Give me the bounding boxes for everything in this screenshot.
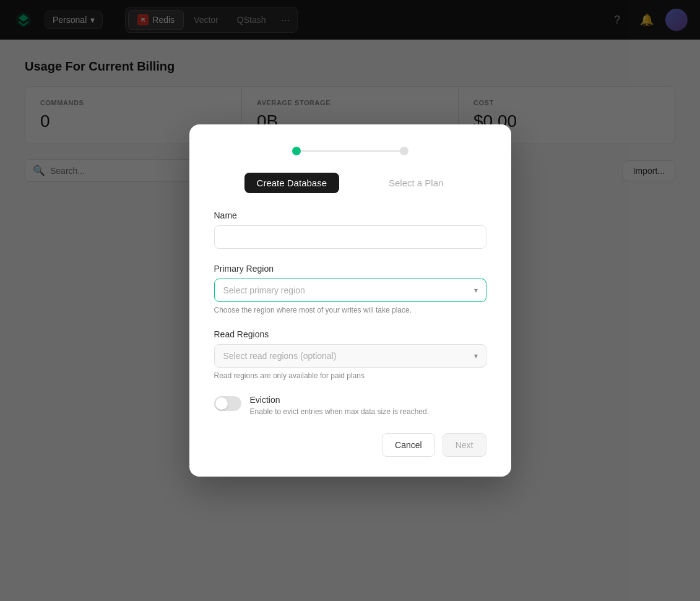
primary-region-select[interactable]: Select primary region [214, 279, 486, 302]
read-regions-hint: Read regions are only available for paid… [214, 371, 486, 380]
step-1-dot [292, 147, 301, 155]
read-regions-group: Read Regions Select read regions (option… [214, 329, 486, 380]
eviction-title: Eviction [250, 395, 430, 405]
modal-footer: Cancel Next [214, 433, 486, 457]
eviction-toggle[interactable] [214, 396, 241, 411]
step2-label[interactable]: Select a Plan [376, 173, 456, 193]
toggle-knob [215, 397, 228, 410]
step-2-dot [400, 147, 408, 155]
read-regions-label: Read Regions [214, 329, 486, 339]
primary-region-select-wrap: Select primary region ▾ [214, 279, 486, 302]
cancel-button[interactable]: Cancel [382, 433, 435, 457]
eviction-desc: Enable to evict entries when max data si… [250, 407, 430, 416]
primary-region-group: Primary Region Select primary region ▾ C… [214, 264, 486, 314]
create-database-modal: Create Database Select a Plan Name Prima… [189, 124, 511, 477]
name-label: Name [214, 210, 486, 220]
name-field-group: Name [214, 210, 486, 249]
primary-region-label: Primary Region [214, 264, 486, 274]
read-regions-select-wrap: Select read regions (optional) ▾ [214, 344, 486, 368]
name-input[interactable] [214, 225, 486, 249]
next-button[interactable]: Next [443, 433, 486, 457]
eviction-row: Eviction Enable to evict entries when ma… [214, 395, 486, 416]
step-labels: Create Database Select a Plan [214, 173, 486, 193]
eviction-label-group: Eviction Enable to evict entries when ma… [250, 395, 430, 416]
step-line [301, 150, 400, 152]
primary-region-hint: Choose the region where most of your wri… [214, 306, 486, 314]
modal-overlay: Create Database Select a Plan Name Prima… [0, 0, 700, 601]
stepper [214, 147, 486, 155]
step1-label[interactable]: Create Database [244, 173, 339, 193]
read-regions-select[interactable]: Select read regions (optional) [214, 344, 486, 368]
